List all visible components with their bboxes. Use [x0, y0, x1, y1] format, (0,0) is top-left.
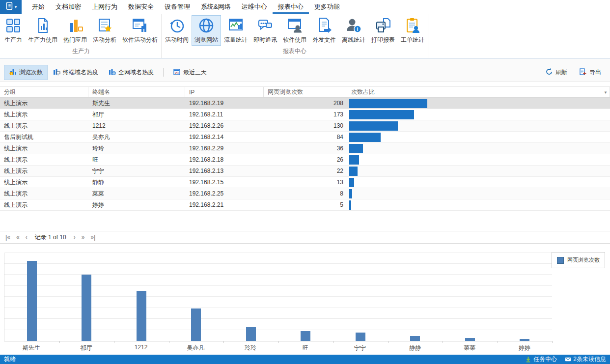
menu-tab-0[interactable]: 开始: [27, 0, 50, 14]
cell-terminal: 婷婷: [88, 199, 185, 210]
doc-chart-icon: [34, 17, 51, 34]
status-bar: 就绪 任务中心 2条未读信息: [0, 355, 610, 364]
menu-tab-1[interactable]: 文档加密: [50, 0, 86, 14]
menu-tab-4[interactable]: 设备管理: [159, 0, 195, 14]
chart-axis-tick: [552, 341, 553, 343]
menu-tab-8[interactable]: 更多功能: [309, 0, 345, 14]
cell-ip: 192.168.2.14: [185, 132, 264, 142]
export-button[interactable]: 导出: [574, 65, 606, 80]
cell-ratio: [347, 166, 610, 176]
chart-category-labels: 斯先生祁厅1212吴亦凡玲玲旺宁宁静静菜菜婷婷: [4, 344, 552, 352]
pager-prev-button[interactable]: ‹: [23, 234, 30, 241]
refresh-icon: [545, 68, 553, 77]
refresh-label: 刷新: [555, 68, 567, 77]
pager-next-button[interactable]: ›: [71, 234, 78, 241]
menu-tab-2[interactable]: 上网行为: [86, 0, 123, 14]
cell-count: 22: [264, 166, 347, 176]
ribbon-item-printer[interactable]: 打印报表: [368, 15, 398, 46]
table-row[interactable]: 线上演示斯先生192.168.2.19208: [0, 98, 610, 109]
ribbon-item-globe[interactable]: 浏览网站: [192, 15, 221, 46]
app-caret-icon: ▾: [15, 5, 17, 9]
ribbon-item-label: 工单统计: [401, 36, 424, 44]
table-row[interactable]: 线上演示1212192.168.2.26130: [0, 120, 610, 132]
cell-ip: 192.168.2.11: [185, 109, 264, 120]
ratio-bar: [349, 155, 359, 165]
view-chip-0[interactable]: i浏览次数: [4, 65, 48, 80]
stats-info-icon: i: [9, 68, 17, 77]
cell-ratio: [347, 132, 610, 142]
table-row[interactable]: 线上演示菜菜192.168.2.258: [0, 188, 610, 199]
ribbon-group-1: 活动时间浏览网站流量统计即时通讯软件使用外发文件i离线统计打印报表工单统计报表中…: [162, 14, 428, 58]
cell-ip: 192.168.2.19: [185, 98, 264, 109]
pager-first-button[interactable]: |«: [3, 234, 13, 241]
chart-plot: [4, 253, 552, 341]
date-filter-button[interactable]: 23 最近三天: [168, 65, 212, 80]
menu-tab-6[interactable]: 运维中心: [236, 0, 273, 14]
cell-terminal: 吴亦凡: [88, 132, 185, 142]
task-center-button[interactable]: 任务中心: [525, 355, 557, 364]
chart-axis-tick: [223, 341, 224, 343]
cell-ratio: [347, 188, 610, 199]
column-header-group[interactable]: 分组: [0, 87, 88, 97]
menu-tab-3[interactable]: 数据安全: [123, 0, 159, 14]
ribbon-item-window-chart[interactable]: 软件活动分析: [119, 15, 161, 46]
chart-bar: [137, 291, 146, 341]
table-row[interactable]: 线上演示静静192.168.2.1513: [0, 177, 610, 188]
table-row[interactable]: 线上演示婷婷192.168.2.215: [0, 199, 610, 211]
ribbon-item-label: 生产力使用: [28, 36, 57, 44]
ribbon-group-label-0: 生产力: [1, 46, 161, 58]
pager-next-page-button[interactable]: »: [79, 234, 87, 241]
view-chips: i浏览次数终端域名热度全网域名热度: [4, 65, 159, 80]
column-header-terminal[interactable]: 终端名: [88, 87, 185, 97]
view-chip-1[interactable]: 终端域名热度: [48, 65, 103, 80]
chart-category-label: 婷婷: [497, 344, 552, 352]
ribbon-item-window-person[interactable]: 软件使用: [280, 15, 309, 46]
ribbon-item-chat[interactable]: 即时通讯: [250, 15, 280, 46]
menu-tab-5[interactable]: 系统&网络: [195, 0, 236, 14]
ribbon-group-items-1: 活动时间浏览网站流量统计即时通讯软件使用外发文件i离线统计打印报表工单统计: [162, 14, 427, 46]
column-header-ip[interactable]: IP: [185, 87, 264, 97]
ribbon-item-hot-apps[interactable]: 热门应用: [60, 15, 90, 46]
ribbon-item-doc-arrow[interactable]: 外发文件: [309, 15, 339, 46]
pager-last-button[interactable]: »|: [88, 234, 98, 241]
column-header-ratio[interactable]: 次数占比: [347, 87, 610, 97]
ribbon-item-person-info[interactable]: i离线统计: [339, 15, 368, 46]
ribbon-item-label: 活动分析: [93, 36, 116, 44]
ribbon-item-clock[interactable]: 活动时间: [162, 15, 192, 46]
ratio-bar: [349, 200, 351, 210]
ribbon-item-doc-chart[interactable]: 生产力使用: [25, 15, 60, 46]
table-row[interactable]: 线上演示祁厅192.168.2.11173: [0, 109, 610, 120]
chart-bar: [410, 336, 420, 341]
table-row[interactable]: 售后测试机吴亦凡192.168.2.1484: [0, 132, 610, 143]
cell-group: 线上演示: [0, 120, 88, 131]
ribbon-group-items-0: 生产力生产力使用热门应用活动分析软件活动分析: [1, 14, 161, 46]
ribbon-item-traffic-chart[interactable]: 流量统计: [221, 15, 250, 46]
menu-tab-7[interactable]: 报表中心: [273, 0, 309, 14]
ribbon-item-label: 生产力: [4, 36, 22, 44]
chart-axis-tick: [59, 341, 60, 343]
unread-messages-button[interactable]: 2条未读信息: [565, 355, 606, 364]
ribbon-item-doc-star[interactable]: 活动分析: [90, 15, 119, 46]
view-chip-2[interactable]: 全网域名热度: [103, 65, 159, 80]
app-logo-icon: [5, 1, 14, 12]
pager-prev-page-button[interactable]: «: [14, 234, 22, 241]
table-footer-space: [0, 211, 610, 231]
toolbar-separator: [163, 68, 164, 77]
cell-group: 线上演示: [0, 109, 88, 120]
refresh-button[interactable]: 刷新: [540, 65, 572, 80]
table-row[interactable]: 线上演示旺192.168.2.1826: [0, 154, 610, 166]
ribbon-item-clipboard-person[interactable]: 工单统计: [398, 15, 427, 46]
app-menu-button[interactable]: ▾: [0, 0, 22, 14]
view-chip-label: 全网域名热度: [118, 68, 154, 77]
column-header-count[interactable]: 网页浏览次数: [264, 87, 347, 97]
table-row[interactable]: 线上演示玲玲192.168.2.2936: [0, 143, 610, 154]
window-chart-icon: [132, 17, 148, 34]
cell-ip: 192.168.2.26: [185, 120, 264, 131]
ribbon-item-grid[interactable]: 生产力: [1, 15, 25, 46]
table-row[interactable]: 线上演示宁宁192.168.2.1322: [0, 166, 610, 177]
chart-legend: 网页浏览次数: [552, 252, 605, 268]
report-table: 分组 终端名 IP 网页浏览次数 次数占比 ▼ 线上演示斯先生192.168.2…: [0, 86, 610, 211]
column-chooser-dropdown-icon[interactable]: ▼: [604, 90, 608, 95]
cell-terminal: 旺: [88, 154, 185, 165]
ribbon-item-label: 软件活动分析: [122, 36, 158, 44]
